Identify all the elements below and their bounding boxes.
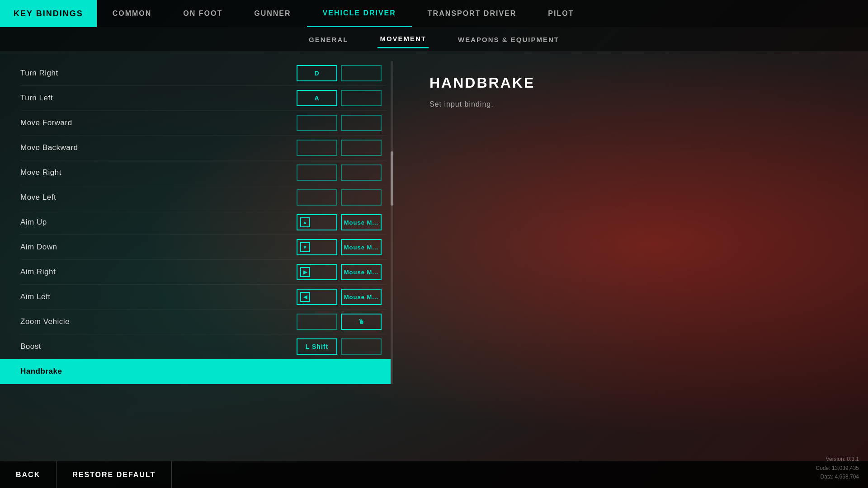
binding-row[interactable]: Aim Up▲Mouse M... xyxy=(20,210,386,235)
nav-tabs-container: COMMON ON FOOT GUNNER VEHICLE DRIVER TRA… xyxy=(97,0,868,27)
binding-keys xyxy=(297,189,382,206)
back-button[interactable]: BACK xyxy=(0,461,57,488)
info-panel: HANDBRAKE Set input binding. xyxy=(402,52,868,461)
arrow-left-icon: ◀ xyxy=(300,292,310,302)
binding-name: Turn Right xyxy=(20,69,297,78)
key-binding-primary[interactable]: ◀ xyxy=(297,289,337,305)
key-binding-secondary[interactable] xyxy=(341,140,382,156)
binding-keys: ▲Mouse M... xyxy=(297,214,382,230)
arrow-down-icon: ▼ xyxy=(300,242,310,252)
key-binding-primary[interactable]: L Ctrl xyxy=(301,363,342,380)
tab-on-foot[interactable]: ON FOOT xyxy=(167,0,238,27)
binding-row[interactable]: Move Left xyxy=(20,185,386,210)
binding-row[interactable]: Zoom Vehicle🖱 xyxy=(20,310,386,334)
sub-nav: GENERAL MOVEMENT WEAPONS & EQUIPMENT xyxy=(0,27,868,52)
binding-row[interactable]: Move Right xyxy=(20,160,386,185)
binding-row[interactable]: Move Forward xyxy=(20,111,386,136)
key-bindings-label: KEY BINDINGS xyxy=(14,9,83,19)
bindings-list: Turn RightDTurn LeftAMove ForwardMove Ba… xyxy=(20,61,386,384)
key-binding-primary[interactable] xyxy=(297,164,337,181)
binding-keys: ▼Mouse M... xyxy=(297,239,382,255)
binding-name: Zoom Vehicle xyxy=(20,317,297,326)
binding-name: Move Right xyxy=(20,168,297,177)
key-bindings-tab: KEY BINDINGS xyxy=(0,0,97,27)
tab-transport-driver[interactable]: TRANSPORT DRIVER xyxy=(412,0,532,27)
restore-default-button[interactable]: RESTORE DEFAULT xyxy=(57,461,172,488)
binding-name: Aim Down xyxy=(20,243,297,252)
top-nav: KEY BINDINGS COMMON ON FOOT GUNNER VEHIC… xyxy=(0,0,868,27)
binding-name: Move Left xyxy=(20,193,297,202)
info-title: HANDBRAKE xyxy=(429,75,841,91)
binding-row[interactable]: Turn LeftA xyxy=(20,86,386,111)
binding-row[interactable]: HandbrakeL Ctrl xyxy=(0,359,391,384)
bindings-panel: Turn RightDTurn LeftAMove ForwardMove Ba… xyxy=(0,52,402,461)
key-binding-secondary[interactable] xyxy=(341,338,382,355)
binding-keys: ◀Mouse M... xyxy=(297,289,382,305)
key-binding-primary[interactable]: ▼ xyxy=(297,239,337,255)
key-binding-secondary[interactable] xyxy=(341,115,382,131)
bottom-bar: BACK RESTORE DEFAULT xyxy=(0,461,868,488)
binding-keys xyxy=(297,140,382,156)
key-binding-primary[interactable]: A xyxy=(297,90,337,106)
arrow-up-icon: ▲ xyxy=(300,217,310,227)
tab-vehicle-driver[interactable]: VEHICLE DRIVER xyxy=(307,0,412,27)
key-binding-secondary[interactable]: Mouse M... xyxy=(341,214,382,230)
key-binding-secondary[interactable] xyxy=(341,189,382,206)
binding-row[interactable]: Turn RightD xyxy=(20,61,386,86)
key-binding-secondary[interactable] xyxy=(341,90,382,106)
version-number: Version: 0.3.1 xyxy=(816,455,859,464)
binding-keys: 🖱 xyxy=(297,314,382,330)
binding-keys: A xyxy=(297,90,382,106)
subtab-general[interactable]: GENERAL xyxy=(307,31,350,48)
key-binding-primary[interactable] xyxy=(297,140,337,156)
scroll-thumb xyxy=(391,151,393,206)
binding-row[interactable]: Move Backward xyxy=(20,136,386,160)
binding-keys: D xyxy=(297,65,382,81)
key-binding-primary[interactable]: D xyxy=(297,65,337,81)
binding-name: Aim Up xyxy=(20,218,297,227)
key-binding-primary[interactable]: ▶ xyxy=(297,264,337,280)
tab-gunner[interactable]: GUNNER xyxy=(238,0,307,27)
binding-keys: L Ctrl xyxy=(301,363,386,380)
key-binding-primary[interactable] xyxy=(297,115,337,131)
binding-row[interactable]: Aim Right▶Mouse M... xyxy=(20,260,386,285)
key-binding-secondary[interactable]: Mouse M... xyxy=(341,264,382,280)
binding-name: Move Backward xyxy=(20,143,297,152)
key-binding-secondary[interactable] xyxy=(341,65,382,81)
version-data: Data: 4,668,704 xyxy=(816,473,859,481)
tab-pilot[interactable]: PILOT xyxy=(532,0,590,27)
scroll-track[interactable] xyxy=(391,61,393,384)
arrow-right-icon: ▶ xyxy=(300,267,310,277)
binding-keys: L Shift xyxy=(297,338,382,355)
key-binding-secondary[interactable] xyxy=(345,363,386,380)
tab-common[interactable]: COMMON xyxy=(97,0,168,27)
binding-name: Handbrake xyxy=(20,367,301,376)
key-binding-secondary[interactable]: Mouse M... xyxy=(341,239,382,255)
binding-name: Aim Right xyxy=(20,267,297,277)
info-description: Set input binding. xyxy=(429,100,841,108)
key-binding-primary[interactable]: L Shift xyxy=(297,338,337,355)
binding-keys: ▶Mouse M... xyxy=(297,264,382,280)
key-binding-secondary[interactable]: 🖱 xyxy=(341,314,382,330)
binding-keys xyxy=(297,164,382,181)
key-binding-primary[interactable]: ▲ xyxy=(297,214,337,230)
binding-name: Move Forward xyxy=(20,118,297,127)
key-binding-secondary[interactable]: Mouse M... xyxy=(341,289,382,305)
binding-scroll-wrapper: Turn RightDTurn LeftAMove ForwardMove Ba… xyxy=(20,61,393,384)
subtab-movement[interactable]: MOVEMENT xyxy=(377,30,429,48)
binding-name: Boost xyxy=(20,342,297,351)
key-binding-secondary[interactable] xyxy=(341,164,382,181)
binding-name: Turn Left xyxy=(20,94,297,103)
main-content: Turn RightDTurn LeftAMove ForwardMove Ba… xyxy=(0,52,868,461)
version-info: Version: 0.3.1 Code: 13,039,435 Data: 4,… xyxy=(816,455,859,481)
key-binding-primary[interactable] xyxy=(297,314,337,330)
binding-row[interactable]: Aim Down▼Mouse M... xyxy=(20,235,386,260)
subtab-weapons-equipment[interactable]: WEAPONS & EQUIPMENT xyxy=(456,31,561,48)
version-code: Code: 13,039,435 xyxy=(816,464,859,473)
binding-keys xyxy=(297,115,382,131)
binding-row[interactable]: Aim Left◀Mouse M... xyxy=(20,285,386,310)
key-binding-primary[interactable] xyxy=(297,189,337,206)
binding-name: Aim Left xyxy=(20,292,297,301)
binding-row[interactable]: BoostL Shift xyxy=(20,334,386,359)
